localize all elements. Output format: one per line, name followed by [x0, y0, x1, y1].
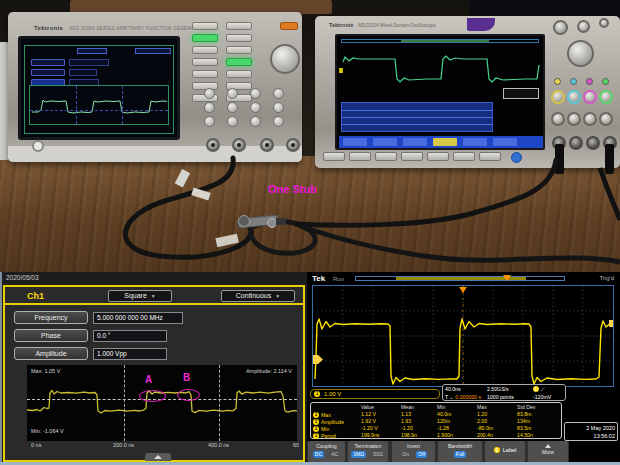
annotation-b-label: B [183, 372, 190, 383]
frequency-value[interactable]: 5.000 000 000 00 MHz [93, 312, 183, 324]
sample-rate-readout: 2.50GS/s [487, 386, 533, 392]
scope-graticule [312, 285, 614, 387]
phase-button[interactable]: Phase [14, 329, 88, 342]
coupling-ac-option[interactable]: AC [329, 451, 340, 458]
invert-on-option[interactable]: On [400, 451, 411, 458]
bandwidth-button[interactable]: Bandwidth Full [438, 441, 482, 462]
table-row: 1Amplitude [313, 418, 361, 425]
oscilloscope-ui: Tek Run Trig'd [307, 272, 620, 465]
annotation-b-ellipse [177, 389, 200, 401]
trigger-position-icon [503, 275, 511, 281]
generator-front-power [32, 140, 44, 152]
frequency-button[interactable]: Frequency [14, 311, 88, 324]
fg-channel-label: Ch1 [27, 291, 44, 301]
ch1-readout: 1 1.00 V [310, 389, 440, 399]
fg-channel-header: Ch1 Square▼ Continuous▼ [5, 287, 303, 305]
coupling-dc-option[interactable]: DC [313, 451, 325, 458]
ch1-scale-knob [551, 90, 565, 104]
scope-knob [577, 20, 590, 33]
termination-1mohm-option[interactable]: 1MΩ [351, 451, 366, 458]
function-generator-ui: 2020/05/03 Ch1 Square▼ Continuous▼ Frequ… [0, 272, 307, 462]
ch1-position-marker [313, 355, 323, 364]
scope-bnc-input [586, 136, 600, 150]
generator-brand: Tektronix [34, 25, 63, 31]
one-stub-annotation: One Stub [268, 183, 317, 195]
tektronix-logo-badge [467, 18, 495, 31]
fg-amplitude-readout: Amplitude: 2.114 V [246, 368, 292, 374]
chevron-down-icon: ▼ [151, 293, 156, 299]
trigger-marker-icon [459, 287, 467, 293]
tek-logo: Tek [312, 274, 325, 283]
generator-screen [18, 36, 180, 140]
table-row: 1Max [313, 411, 361, 418]
screenshot-root: TektronixAFG 31000 SERIES ARBITRARY FUNC… [0, 0, 620, 465]
amplitude-value[interactable]: 1.000 Vpp [93, 348, 167, 360]
horizontal-trigger-readout: 40.0ns 2.50GS/s 1⟋ T→0.000000 s 1000 poi… [442, 384, 566, 401]
datetime-box: 2 May 2020 13:56:02 [564, 422, 618, 441]
ch2-scale-knob [567, 90, 581, 104]
expand-panel-button[interactable] [145, 453, 171, 461]
timebase-readout: 40.0ns [445, 386, 487, 392]
ch3-scale-knob [583, 90, 597, 104]
wooden-desk [0, 156, 620, 272]
chevron-down-icon: ▼ [275, 293, 280, 299]
scope-knob [553, 20, 568, 35]
ch1-badge: 1 [314, 391, 320, 397]
record-length-readout: 1000 points [487, 394, 533, 400]
fg-waveform-plot: Max: 1.05 V Amplitude: 2.114 V Min: -1.0… [27, 365, 297, 441]
trigger-position-icon: T→ [445, 394, 453, 400]
generator-bnc-output [206, 138, 220, 152]
annotation-a-label: A [145, 374, 152, 385]
fg-date: 2020/05/03 [6, 274, 39, 281]
oscilloscope-device: TektronixMDO3104 Mixed Domain Oscillosco… [315, 16, 620, 168]
fg-x-axis: 0 ns 200.0 ns 400.0 ns 600.0 ns [27, 442, 299, 450]
trigger-status: Trig'd [599, 275, 614, 281]
invert-off-option[interactable]: Off [416, 451, 427, 458]
bandwidth-full-option[interactable]: Full [454, 451, 466, 458]
termination-button[interactable]: Termination 1MΩ 50Ω [348, 441, 388, 462]
scope-bnc-input [569, 136, 583, 150]
generator-bnc-output [232, 138, 246, 152]
generator-power-button [280, 22, 298, 30]
table-row: 1Period [313, 432, 361, 439]
ch4-scale-knob [599, 90, 613, 104]
fg-min-readout: Min: -1.064 V [31, 428, 64, 434]
label-button[interactable]: 1Label [485, 441, 525, 462]
trigger-level-readout: -120mV [533, 394, 567, 400]
generator-bnc-output [260, 138, 274, 152]
generator-keypad [204, 88, 304, 132]
waveform-select-dropdown[interactable]: Square▼ [108, 290, 172, 302]
invert-button[interactable]: Invert On Off [392, 441, 435, 462]
scope-blue-button [511, 152, 522, 163]
generator-model: AFG 31000 SERIES ARBITRARY FUNCTION GENE… [69, 26, 204, 31]
function-generator-device: TektronixAFG 31000 SERIES ARBITRARY FUNC… [8, 12, 302, 162]
scope-brand: Tektronix [329, 22, 353, 28]
amplitude-button[interactable]: Amplitude [14, 347, 88, 360]
scope-screen [335, 34, 545, 150]
scope-status-bar: Tek Run Trig'd [307, 273, 620, 284]
coupling-button[interactable]: Coupling DC AC [308, 441, 345, 462]
more-button[interactable]: More [528, 441, 568, 462]
termination-50ohm-option[interactable]: 50Ω [371, 451, 385, 458]
fg-trace [27, 365, 297, 441]
scope-knob [599, 18, 609, 28]
phase-value[interactable]: 0.0 ° [93, 330, 167, 342]
trace-end-marker [609, 320, 613, 327]
fg-max-readout: Max: 1.05 V [31, 368, 60, 374]
scope-menu-buttons [323, 152, 501, 161]
run-mode-dropdown[interactable]: Continuous▼ [221, 290, 295, 302]
generator-bnc-output [286, 138, 300, 152]
measurement-table: Value Mean Min Max Std Dev 1Max 1.12 V1.… [310, 402, 562, 439]
table-row: 1Min [313, 425, 361, 432]
annotation-a-ellipse [139, 390, 166, 402]
up-arrow-icon [545, 444, 551, 448]
horizontal-position-bar[interactable] [355, 276, 565, 281]
lab-photo: TektronixAFG 31000 SERIES ARBITRARY FUNC… [0, 0, 620, 272]
trigger-slope-icon: ⟋ [541, 386, 545, 393]
scope-big-knob [567, 40, 594, 67]
generator-mini-trace [30, 86, 168, 124]
generator-knob [270, 44, 300, 74]
scope-model: MDO3104 Mixed Domain Oscilloscope [358, 23, 435, 28]
up-arrow-icon [154, 455, 162, 459]
ch1-trace [315, 319, 613, 384]
